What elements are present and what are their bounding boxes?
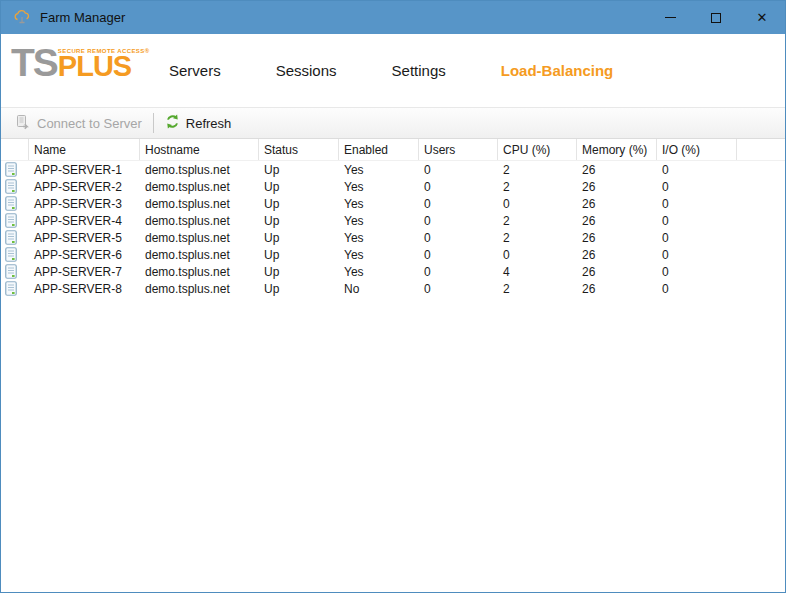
- cell-users: 0: [419, 178, 498, 195]
- server-icon: [1, 263, 29, 280]
- tab-load-balancing[interactable]: Load-Balancing: [501, 62, 614, 79]
- cell-cpu: 2: [498, 212, 577, 229]
- server-icon: [1, 178, 29, 195]
- cell-status: Up: [259, 246, 339, 263]
- cell-filler: [737, 161, 785, 178]
- cell-users: 0: [419, 229, 498, 246]
- cell-enabled: Yes: [339, 263, 419, 280]
- minimize-button[interactable]: [647, 1, 693, 34]
- table-row[interactable]: APP-SERVER-2demo.tsplus.netUpYes02260: [1, 178, 785, 195]
- window-title: Farm Manager: [40, 10, 125, 25]
- maximize-icon: [711, 13, 721, 23]
- titlebar: Farm Manager ✕: [1, 1, 785, 34]
- table-row[interactable]: APP-SERVER-6demo.tsplus.netUpYes00260: [1, 246, 785, 263]
- server-connect-icon: [15, 114, 31, 133]
- cell-name: APP-SERVER-5: [29, 229, 140, 246]
- header-cpu[interactable]: CPU (%): [498, 139, 577, 160]
- cell-io: 0: [657, 178, 737, 195]
- cell-memory: 26: [577, 212, 657, 229]
- table-body: APP-SERVER-1demo.tsplus.netUpYes02260APP…: [1, 161, 785, 297]
- cell-filler: [737, 246, 785, 263]
- cell-memory: 26: [577, 246, 657, 263]
- cell-hostname: demo.tsplus.net: [140, 178, 259, 195]
- connect-to-server-button[interactable]: Connect to Server: [9, 111, 148, 135]
- cell-hostname: demo.tsplus.net: [140, 195, 259, 212]
- cell-status: Up: [259, 178, 339, 195]
- nav-row: TS SECURE REMOTE ACCESS® PLUS Servers Se…: [1, 34, 785, 107]
- cell-enabled: Yes: [339, 195, 419, 212]
- cell-users: 0: [419, 212, 498, 229]
- close-button[interactable]: ✕: [739, 1, 785, 34]
- table-header: Name Hostname Status Enabled Users CPU (…: [1, 139, 785, 161]
- cell-cpu: 2: [498, 280, 577, 297]
- cell-filler: [737, 212, 785, 229]
- cell-memory: 26: [577, 195, 657, 212]
- header-filler: [737, 139, 785, 160]
- header-users[interactable]: Users: [419, 139, 498, 160]
- table-row[interactable]: APP-SERVER-1demo.tsplus.netUpYes02260: [1, 161, 785, 178]
- maximize-button[interactable]: [693, 1, 739, 34]
- cell-filler: [737, 263, 785, 280]
- cell-io: 0: [657, 161, 737, 178]
- cell-hostname: demo.tsplus.net: [140, 229, 259, 246]
- cell-memory: 26: [577, 229, 657, 246]
- cell-cpu: 2: [498, 178, 577, 195]
- cell-hostname: demo.tsplus.net: [140, 246, 259, 263]
- cell-name: APP-SERVER-1: [29, 161, 140, 178]
- table-row[interactable]: APP-SERVER-4demo.tsplus.netUpYes02260: [1, 212, 785, 229]
- cell-io: 0: [657, 212, 737, 229]
- header-io[interactable]: I/O (%): [657, 139, 737, 160]
- server-table: Name Hostname Status Enabled Users CPU (…: [1, 139, 785, 297]
- refresh-icon: [165, 114, 180, 132]
- table-row[interactable]: APP-SERVER-8demo.tsplus.netUpNo02260: [1, 280, 785, 297]
- tab-servers[interactable]: Servers: [169, 62, 221, 79]
- cell-cpu: 2: [498, 161, 577, 178]
- cell-io: 0: [657, 229, 737, 246]
- cell-status: Up: [259, 212, 339, 229]
- refresh-button[interactable]: Refresh: [159, 111, 238, 135]
- cell-users: 0: [419, 263, 498, 280]
- header-hostname[interactable]: Hostname: [140, 139, 259, 160]
- cell-name: APP-SERVER-8: [29, 280, 140, 297]
- cell-filler: [737, 229, 785, 246]
- server-icon: [1, 195, 29, 212]
- nav-tabs: Servers Sessions Settings Load-Balancing: [169, 34, 613, 107]
- cell-status: Up: [259, 195, 339, 212]
- cell-status: Up: [259, 229, 339, 246]
- farm-manager-window: Farm Manager ✕ TS SECURE REMOTE ACCESS® …: [0, 0, 786, 593]
- toolbar: Connect to Server Refresh: [1, 107, 785, 139]
- cell-cpu: 0: [498, 246, 577, 263]
- header-icon-column[interactable]: [1, 139, 29, 160]
- server-icon: [1, 280, 29, 297]
- cell-io: 0: [657, 280, 737, 297]
- close-icon: ✕: [757, 11, 768, 24]
- cell-cpu: 0: [498, 195, 577, 212]
- table-row[interactable]: APP-SERVER-7demo.tsplus.netUpYes04260: [1, 263, 785, 280]
- server-icon: [1, 229, 29, 246]
- table-row[interactable]: APP-SERVER-3demo.tsplus.netUpYes00260: [1, 195, 785, 212]
- cell-io: 0: [657, 246, 737, 263]
- header-memory[interactable]: Memory (%): [577, 139, 657, 160]
- cell-filler: [737, 178, 785, 195]
- tab-sessions[interactable]: Sessions: [276, 62, 337, 79]
- tsplus-logo: TS SECURE REMOTE ACCESS® PLUS: [11, 48, 149, 78]
- cell-users: 0: [419, 161, 498, 178]
- header-status[interactable]: Status: [259, 139, 339, 160]
- cell-memory: 26: [577, 263, 657, 280]
- cell-enabled: Yes: [339, 161, 419, 178]
- header-enabled[interactable]: Enabled: [339, 139, 419, 160]
- cell-hostname: demo.tsplus.net: [140, 263, 259, 280]
- cell-enabled: Yes: [339, 178, 419, 195]
- logo-ts-text: TS: [11, 48, 57, 78]
- cell-enabled: Yes: [339, 246, 419, 263]
- cell-status: Up: [259, 161, 339, 178]
- cell-users: 0: [419, 246, 498, 263]
- header-name[interactable]: Name: [29, 139, 140, 160]
- minimize-icon: [665, 17, 676, 18]
- logo-plus-text: PLUS: [58, 55, 150, 78]
- refresh-label: Refresh: [186, 116, 232, 131]
- cell-io: 0: [657, 195, 737, 212]
- cell-enabled: Yes: [339, 229, 419, 246]
- tab-settings[interactable]: Settings: [392, 62, 446, 79]
- table-row[interactable]: APP-SERVER-5demo.tsplus.netUpYes02260: [1, 229, 785, 246]
